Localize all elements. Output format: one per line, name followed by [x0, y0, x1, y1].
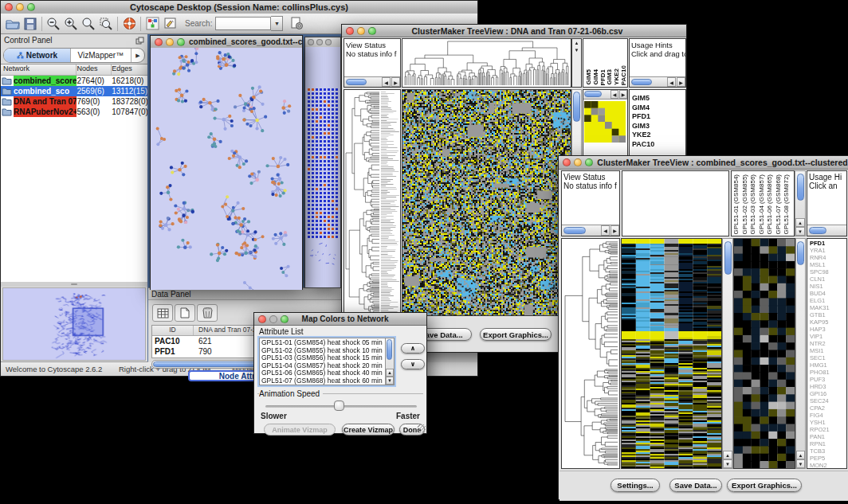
gene-label[interactable]: KAP95 — [807, 318, 846, 326]
gene-label[interactable]: FIG4 — [807, 412, 846, 419]
gene-label[interactable]: CPA2 — [807, 404, 846, 412]
tv1-matrix-scrollbar[interactable]: ◀ ▶ — [583, 90, 627, 100]
network-overview-canvas[interactable] — [3, 288, 145, 360]
gene-label[interactable]: MSI1 — [807, 347, 846, 354]
tab-vizmapper[interactable]: VizMapper™ — [70, 49, 131, 62]
import-attributes-icon[interactable] — [288, 15, 305, 33]
minimize-button[interactable] — [166, 38, 174, 46]
tab-overflow[interactable]: ▶ — [131, 49, 144, 62]
treeview2-title-bar[interactable]: ClusterMaker TreeView : combined_scores_… — [559, 156, 848, 170]
gene-label[interactable]: HAP3 — [807, 326, 846, 333]
dialog-title-bar[interactable]: Map Colors to Network — [254, 313, 426, 326]
help-lifering-icon[interactable] — [120, 15, 138, 33]
tv2-status-scrollbar[interactable]: ◀ ▶ — [562, 225, 619, 236]
tv1-column-scroll-strip[interactable]: ▲ ▼ — [571, 38, 582, 88]
gene-label[interactable]: SEC1 — [807, 354, 846, 361]
gene-label[interactable]: GIM3 — [630, 122, 685, 131]
zoom-button[interactable] — [325, 39, 332, 45]
gene-label[interactable]: NTR2 — [807, 340, 846, 347]
tv2-global-heatmap-panel[interactable] — [733, 238, 795, 469]
gene-label[interactable]: NIS1 — [807, 283, 846, 290]
delete-attribute-icon[interactable] — [197, 304, 218, 322]
column-header-id[interactable]: ID — [152, 326, 194, 335]
zoom-selected-icon[interactable] — [97, 15, 115, 33]
background-network-window[interactable] — [304, 37, 341, 288]
search-input[interactable] — [215, 17, 271, 30]
gene-label[interactable]: GIM4 — [630, 104, 685, 113]
gene-label[interactable]: RPO21 — [807, 426, 846, 433]
tv2-column-tree-panel[interactable] — [622, 170, 729, 236]
close-button[interactable] — [258, 315, 266, 323]
zoom-in-icon[interactable] — [62, 15, 80, 33]
network-view-title-bar[interactable]: combined_scores_good.txt--cluste... — [151, 36, 302, 49]
resize-grip[interactable] — [418, 424, 426, 432]
zoom-button[interactable] — [27, 3, 35, 11]
tv2-save-data-button[interactable]: Save Data... — [669, 479, 722, 492]
minimize-button[interactable] — [16, 3, 24, 11]
gene-label[interactable]: GIM5 — [630, 94, 685, 104]
zoom-fit-icon[interactable] — [80, 15, 97, 33]
tab-network[interactable]: Network — [4, 49, 70, 62]
tv2-heatmap-panel[interactable] — [621, 238, 722, 469]
gene-label[interactable]: PFD1 — [630, 112, 685, 122]
gene-label[interactable]: RPN1 — [807, 440, 846, 447]
network-row[interactable]: combined_sco 2569(6) 13112(15) — [1, 86, 147, 96]
tv2-heatmap-vscrollbar[interactable]: ▲ ▼ — [722, 238, 733, 469]
gene-label[interactable]: MAK31 — [807, 304, 846, 311]
vizmapper-icon[interactable] — [143, 15, 161, 33]
gene-label[interactable]: BUD4 — [807, 290, 846, 297]
dialog-attribute-list[interactable]: GPL51-01 (GSM854) heat shock 05 minGPL51… — [259, 338, 395, 385]
minimize-button[interactable] — [316, 39, 323, 45]
network-table-header[interactable]: Network Nodes Edges — [1, 64, 147, 76]
gene-label[interactable]: MON2 — [807, 462, 846, 469]
tv1-row-dendrogram-panel[interactable] — [344, 89, 401, 316]
network-row[interactable]: DNA and Tran 07 769(0) 183728(0) — [1, 96, 147, 107]
minimize-button[interactable] — [574, 158, 582, 166]
gene-label[interactable]: ELG1 — [807, 297, 846, 304]
close-button[interactable] — [308, 39, 314, 45]
tv1-column-dendrogram-panel[interactable] — [402, 38, 571, 88]
new-attribute-icon[interactable] — [175, 304, 195, 322]
treeview1-title-bar[interactable]: ClusterMaker TreeView : DNA and Tran 07-… — [342, 25, 686, 37]
network-overview-panel[interactable] — [2, 287, 146, 361]
animate-vizmap-button[interactable]: Animate Vizmap — [264, 424, 336, 436]
gene-label[interactable]: PHO81 — [807, 369, 846, 376]
minimize-button[interactable] — [269, 315, 277, 323]
attribute-select-icon[interactable] — [152, 304, 173, 322]
tv2-settings-button[interactable]: Settings... — [610, 479, 660, 492]
tv1-usage-scrollbar[interactable]: ◀ ▶ — [630, 76, 685, 87]
close-button[interactable] — [5, 3, 13, 11]
create-vizmap-button[interactable]: Create Vizmap — [342, 424, 395, 436]
gene-label[interactable]: PEP5 — [807, 455, 846, 462]
network-graph-canvas[interactable] — [151, 48, 302, 290]
attribute-list-item[interactable]: GPL51-07 (GSM868) heat shock 60 min — [260, 377, 394, 385]
zoom-button[interactable] — [368, 27, 376, 35]
gene-label[interactable]: RNR4 — [807, 254, 846, 261]
tv2-global-vscrollbar[interactable]: ▲ ▼ — [795, 238, 806, 469]
gene-label[interactable]: PUF3 — [807, 376, 846, 383]
slider-thumb[interactable] — [334, 400, 344, 411]
gene-label[interactable]: YKE2 — [630, 131, 685, 140]
gene-label[interactable]: GPI16 — [807, 390, 846, 397]
gene-label[interactable]: HMG1 — [807, 361, 846, 369]
gene-label[interactable]: VIP1 — [807, 333, 846, 340]
tv1-similarity-matrix[interactable] — [584, 101, 626, 143]
animation-speed-slider[interactable] — [265, 400, 417, 412]
network-row[interactable]: combined_scores_ 2764(0) 16218(0) — [1, 76, 147, 86]
zoom-button[interactable] — [177, 38, 185, 46]
move-attribute-up-button[interactable]: ∧ — [401, 343, 425, 354]
panel-splitter[interactable] — [1, 282, 147, 287]
gene-label[interactable]: PFD1 — [807, 240, 846, 247]
tv1-heatmap-panel[interactable] — [402, 89, 571, 316]
tv2-export-graphics-button[interactable]: Export Graphics... — [727, 479, 802, 492]
attribute-list-scrollbar[interactable]: ▲ ▼ — [385, 338, 394, 385]
gene-label[interactable]: SPC98 — [807, 268, 846, 275]
gene-label[interactable]: YRA1 — [807, 247, 846, 254]
network-row[interactable]: RNAPuberNov2+ 563(0) 107847(0) — [1, 107, 147, 117]
tv2-column-labels-scrollbar[interactable]: ▲ ▼ — [795, 170, 806, 236]
zoom-button[interactable] — [281, 315, 289, 323]
zoom-out-icon[interactable] — [45, 15, 62, 33]
float-panel-icon[interactable] — [135, 33, 147, 48]
zoom-button[interactable] — [585, 158, 593, 166]
save-session-button[interactable] — [22, 15, 39, 33]
